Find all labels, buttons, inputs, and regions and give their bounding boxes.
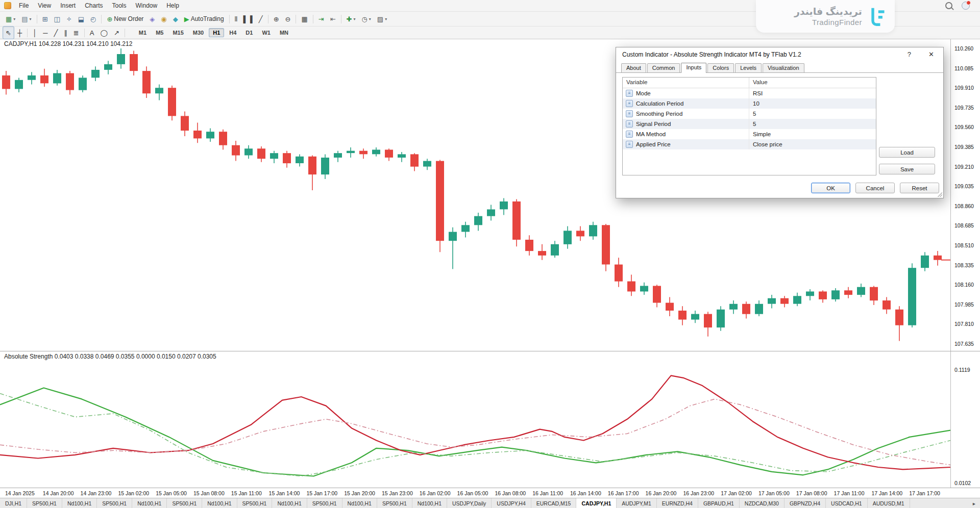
templates-dropdown-icon[interactable]: ▾ — [385, 17, 387, 21]
menu-file[interactable]: File — [14, 1, 33, 10]
price-axis[interactable]: 110.260110.085109.910109.735109.560109.3… — [950, 38, 980, 351]
chart-tab-sp500-h1[interactable]: SP500,H1 — [307, 498, 342, 508]
auto-scroll-button[interactable]: ⇥ — [315, 12, 327, 26]
input-value[interactable]: 5 — [749, 111, 876, 117]
cursor-button[interactable]: ⇖ — [3, 26, 14, 39]
vertical-line-button[interactable]: │ — [30, 26, 40, 39]
dialog-tab-common[interactable]: Common — [647, 63, 680, 72]
new-chart-button[interactable]: ▦▾ — [3, 12, 18, 26]
dialog-titlebar[interactable]: Custom Indicator - Absolute Strength Ind… — [616, 47, 943, 61]
ok-button[interactable]: OK — [811, 183, 850, 193]
new-chart-dropdown-icon[interactable]: ▾ — [13, 17, 15, 21]
fibonacci-button[interactable]: ≣ — [70, 26, 82, 39]
reset-button[interactable]: Reset — [900, 183, 939, 193]
trendline-button[interactable]: ╱ — [51, 26, 61, 39]
chart-tab-sp500-h1[interactable]: SP500,H1 — [97, 498, 132, 508]
menu-charts[interactable]: Charts — [80, 1, 107, 10]
input-row[interactable]: ≡Smoothing Period5 — [623, 109, 876, 119]
dialog-tab-colors[interactable]: Colors — [707, 63, 734, 72]
dialog-help-button[interactable]: ? — [904, 50, 914, 58]
timeframe-h4[interactable]: H4 — [225, 28, 240, 37]
chart-tab-nzdcad-m30[interactable]: NZDCAD,M30 — [740, 498, 785, 508]
arrows-button[interactable]: ↗ — [111, 26, 122, 39]
tile-windows-button[interactable]: ▦ — [298, 12, 310, 26]
timeframe-m30[interactable]: M30 — [189, 28, 208, 37]
chart-tab-usdjpy-h4[interactable]: USDJPY,H4 — [492, 498, 531, 508]
input-value[interactable]: Close price — [749, 141, 876, 147]
input-row[interactable]: ≡Signal Period5 — [623, 119, 876, 129]
templates-button[interactable]: ▨▾ — [374, 12, 390, 26]
navigator-button[interactable]: ✧ — [63, 12, 75, 26]
channel-button[interactable]: ∥ — [61, 26, 70, 39]
dialog-tab-inputs[interactable]: Inputs — [681, 63, 706, 73]
chart-tab-sp500-h1[interactable]: SP500,H1 — [237, 498, 273, 508]
indicator-axis[interactable]: 0.1119 0.0102 — [950, 351, 980, 488]
indicators-dropdown-icon[interactable]: ▾ — [353, 17, 355, 21]
search-icon[interactable] — [945, 2, 952, 9]
chart-tab-nd100-h1[interactable]: Nd100,H1 — [132, 498, 167, 508]
strategy-tester-button[interactable]: ◴ — [87, 12, 99, 26]
profiles-dropdown-icon[interactable]: ▾ — [30, 17, 32, 21]
chart-tab-cadjpy-h1[interactable]: CADJPY,H1 — [576, 498, 617, 508]
text-button[interactable]: A — [87, 26, 97, 39]
chart-tab-dji-h1[interactable]: DJI,H1 — [0, 498, 27, 508]
chart-tab-gbpnzd-h4[interactable]: GBPNZD,H4 — [785, 498, 826, 508]
new-order-button[interactable]: ⊕New Order — [104, 12, 146, 26]
chart-tab-nd100-h1[interactable]: Nd100,H1 — [202, 498, 237, 508]
menu-window[interactable]: Window — [131, 1, 162, 10]
timeframe-d1[interactable]: D1 — [241, 28, 257, 37]
timeframe-m15[interactable]: M15 — [168, 28, 187, 37]
zoom-in-button[interactable]: ⊕ — [271, 12, 282, 26]
data-window-button[interactable]: ◫ — [51, 12, 63, 26]
chart-tab-nd100-h1[interactable]: Nd100,H1 — [342, 498, 377, 508]
input-value[interactable]: 10 — [749, 100, 876, 107]
tab-scroll-right-icon[interactable]: ▸ — [968, 498, 980, 508]
chart-tab-nd100-h1[interactable]: Nd100,H1 — [272, 498, 307, 508]
chart-tab-sp500-h1[interactable]: SP500,H1 — [27, 498, 62, 508]
dialog-tab-about[interactable]: About — [621, 63, 646, 72]
menu-view[interactable]: View — [33, 1, 56, 10]
chart-tab-sp500-h1[interactable]: SP500,H1 — [377, 498, 412, 508]
terminal-button[interactable]: ⬓ — [75, 12, 87, 26]
input-value[interactable]: Simple — [749, 131, 876, 137]
save-button[interactable]: Save — [879, 164, 935, 174]
dialog-tab-visualization[interactable]: Visualization — [763, 63, 804, 72]
mql5-community-button[interactable]: ◉ — [158, 12, 169, 26]
indicators-button[interactable]: ✚▾ — [344, 12, 359, 26]
chart-tab-usdjpy-daily[interactable]: USDJPY,Daily — [447, 498, 492, 508]
input-row[interactable]: ≡Calculation Period10 — [623, 98, 876, 109]
menu-insert[interactable]: Insert — [56, 1, 80, 10]
market-button[interactable]: ◆ — [170, 12, 181, 26]
periods-button[interactable]: ◷▾ — [358, 12, 374, 26]
chart-tab-nd100-h1[interactable]: Nd100,H1 — [412, 498, 447, 508]
timeframe-mn[interactable]: MN — [276, 28, 292, 37]
chart-tab-gbpaud-h1[interactable]: GBPAUD,H1 — [698, 498, 740, 508]
input-row[interactable]: ≡MA MethodSimple — [623, 129, 876, 139]
chart-shift-button[interactable]: ⇤ — [327, 12, 339, 26]
shapes-button[interactable]: ◯ — [97, 26, 111, 39]
chart-tab-eurnzd-h4[interactable]: EURNZD,H4 — [657, 498, 698, 508]
chart-tab-eurcad-m15[interactable]: EURCAD,M15 — [531, 498, 577, 508]
timeframe-w1[interactable]: W1 — [258, 28, 275, 37]
absolute-strength-panel[interactable]: Absolute Strength 0.0403 0.0338 0.0469 0… — [0, 351, 980, 488]
chart-tab-nd100-h1[interactable]: Nd100,H1 — [62, 498, 97, 508]
input-row[interactable]: ≡Applied PriceClose price — [623, 139, 876, 149]
crosshair-button[interactable]: ┼ — [14, 26, 25, 39]
profiles-button[interactable]: ▤▾ — [18, 12, 34, 26]
input-value[interactable]: RSI — [749, 90, 876, 96]
periods-dropdown-icon[interactable]: ▾ — [369, 17, 371, 21]
autotrading-button[interactable]: ▶AutoTrading — [181, 12, 227, 26]
chart-tab-audusd-m1[interactable]: AUDUSD,M1 — [868, 498, 910, 508]
chart-tab-audjpy-m1[interactable]: AUDJPY,M1 — [617, 498, 657, 508]
timeframe-m1[interactable]: M1 — [135, 28, 151, 37]
input-row[interactable]: ≡ModeRSI — [623, 88, 876, 98]
dialog-tab-levels[interactable]: Levels — [735, 63, 762, 72]
dialog-close-button[interactable]: ✕ — [925, 50, 937, 58]
market-watch-button[interactable]: ⊞ — [39, 12, 51, 26]
chart-tab-usdcad-h1[interactable]: USDCAD,H1 — [826, 498, 868, 508]
horizontal-line-button[interactable]: ─ — [40, 26, 51, 39]
input-value[interactable]: 5 — [749, 121, 876, 127]
dialog-resize-grip[interactable] — [937, 191, 942, 197]
chart-line-button[interactable]: ╱ — [256, 12, 266, 26]
chart-tab-sp500-h1[interactable]: SP500,H1 — [167, 498, 202, 508]
